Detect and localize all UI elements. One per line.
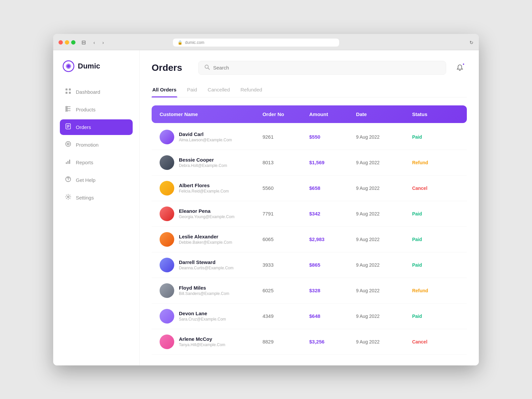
order-amount: $865 <box>309 262 356 268</box>
svg-rect-2 <box>66 88 67 90</box>
avatar <box>160 258 174 272</box>
customer-name: Devon Lane <box>179 311 226 316</box>
url-text[interactable]: dumic.com <box>185 40 204 45</box>
sidebar-item-promotion-label: Promotion <box>76 142 98 148</box>
tabs: All Orders Paid Cancelled Refunded <box>152 84 467 97</box>
order-date: 9 Aug 2022 <box>356 314 412 319</box>
main-content: Orders <box>140 50 479 365</box>
order-date: 9 Aug 2022 <box>356 262 412 268</box>
customer-name: Floyd Miles <box>179 285 229 291</box>
order-date: 9 Aug 2022 <box>356 288 412 293</box>
reload-button[interactable]: ↻ <box>469 40 473 45</box>
order-date: 9 Aug 2022 <box>356 134 412 140</box>
sidebar-toggle-button[interactable]: ⊟ <box>79 39 88 46</box>
avatar <box>160 309 174 324</box>
order-status: Paid <box>412 211 459 216</box>
sidebar-item-products[interactable]: Products <box>60 102 133 117</box>
order-status: Refund <box>412 160 459 165</box>
security-icon: 🔒 <box>178 40 183 45</box>
avatar <box>160 334 174 349</box>
orders-table: Customer Name Order No Amount Date Statu… <box>152 105 467 355</box>
customer-name: Bessie Cooper <box>179 157 227 163</box>
sidebar-item-reports[interactable]: Reports <box>60 155 133 170</box>
order-status: Paid <box>412 314 459 319</box>
logo-text: Dumic <box>78 62 100 70</box>
table-body: David Carl Alma.Lawson@Example.Com 9261 … <box>152 124 467 355</box>
order-date: 9 Aug 2022 <box>356 237 412 242</box>
order-status: Paid <box>412 134 459 140</box>
customer-email: Tanya.Hill@Example.Com <box>179 342 225 347</box>
customer-cell: Bessie Cooper Debra.Holt@Example.Com <box>160 155 262 170</box>
sidebar-item-get-help-label: Get Help <box>76 177 95 183</box>
customer-cell: Darrell Steward Deanna.Curtis@Example.Co… <box>160 258 262 272</box>
traffic-lights <box>59 40 75 45</box>
order-date: 9 Aug 2022 <box>356 186 412 191</box>
sidebar-item-orders[interactable]: Orders <box>60 119 133 135</box>
order-amount: $648 <box>309 313 356 319</box>
customer-name: Leslie Alexander <box>179 234 232 239</box>
tab-cancelled[interactable]: Cancelled <box>207 84 231 97</box>
sidebar-item-settings-label: Settings <box>76 195 94 200</box>
promotion-icon <box>65 141 72 149</box>
customer-name: Albert Flores <box>179 183 229 188</box>
order-status: Refund <box>412 288 459 293</box>
tab-paid[interactable]: Paid <box>187 84 198 97</box>
svg-rect-3 <box>69 88 71 90</box>
table-row[interactable]: Arlene McCoy Tanya.Hill@Example.Com 8829… <box>152 329 467 355</box>
sidebar-item-get-help[interactable]: Get Help <box>60 172 133 188</box>
order-number: 9261 <box>262 134 309 140</box>
avatar <box>160 155 174 170</box>
order-number: 5560 <box>262 185 309 191</box>
table-row[interactable]: Leslie Alexander Debbie.Baker@Example.Co… <box>152 227 467 252</box>
sidebar-item-promotion[interactable]: Promotion <box>60 137 133 153</box>
notification-button[interactable] <box>453 61 467 75</box>
table-row[interactable]: Floyd Miles Bill.Sanders@Example.Com 602… <box>152 278 467 304</box>
tab-all-orders[interactable]: All Orders <box>152 84 177 97</box>
customer-cell: Albert Flores Felicia.Reid@Example.Com <box>160 181 262 196</box>
tab-refunded[interactable]: Refunded <box>240 84 263 97</box>
col-date: Date <box>356 111 412 117</box>
col-amount: Amount <box>309 111 356 117</box>
table-row[interactable]: Albert Flores Felicia.Reid@Example.Com 5… <box>152 176 467 201</box>
customer-cell: Eleanor Pena Georgia.Young@Example.Com <box>160 206 262 221</box>
col-customer-name: Customer Name <box>160 111 262 117</box>
customer-email: Alma.Lawson@Example.Com <box>179 138 232 142</box>
order-status: Cancel <box>412 186 459 191</box>
order-amount: $3,256 <box>309 339 356 344</box>
notification-dot <box>462 63 465 66</box>
order-amount: $1,569 <box>309 160 356 165</box>
sidebar-item-orders-label: Orders <box>76 124 91 130</box>
table-row[interactable]: Devon Lane Sara.Cruz@Example.Com 4349 $6… <box>152 304 467 329</box>
sidebar-item-dashboard[interactable]: Dashboard <box>60 84 133 100</box>
order-amount: $328 <box>309 288 356 293</box>
col-order-no: Order No <box>262 111 309 117</box>
table-row[interactable]: David Carl Alma.Lawson@Example.Com 9261 … <box>152 124 467 150</box>
order-date: 9 Aug 2022 <box>356 160 412 165</box>
maximize-button[interactable] <box>71 40 75 45</box>
customer-info: David Carl Alma.Lawson@Example.Com <box>179 131 232 142</box>
sidebar-item-settings[interactable]: Settings <box>60 190 133 205</box>
reports-icon <box>65 159 72 166</box>
table-row[interactable]: Darrell Steward Deanna.Curtis@Example.Co… <box>152 252 467 278</box>
avatar <box>160 206 174 221</box>
customer-email: Debbie.Baker@Example.Com <box>179 240 232 245</box>
table-row[interactable]: Eleanor Pena Georgia.Young@Example.Com 7… <box>152 201 467 227</box>
back-button[interactable]: ‹ <box>92 39 97 46</box>
search-input[interactable] <box>213 65 440 70</box>
sidebar-item-products-label: Products <box>76 107 95 112</box>
svg-point-12 <box>68 144 68 144</box>
order-date: 9 Aug 2022 <box>356 211 412 216</box>
customer-name: Eleanor Pena <box>179 208 234 214</box>
minimize-button[interactable] <box>65 40 69 45</box>
sidebar-item-dashboard-label: Dashboard <box>76 89 100 95</box>
forward-button[interactable]: › <box>101 39 106 46</box>
table-row[interactable]: Bessie Cooper Debra.Holt@Example.Com 801… <box>152 150 467 176</box>
close-button[interactable] <box>59 40 63 45</box>
customer-info: Devon Lane Sara.Cruz@Example.Com <box>179 311 226 322</box>
svg-point-1 <box>67 65 70 67</box>
order-amount: $2,983 <box>309 236 356 242</box>
order-amount: $658 <box>309 185 356 191</box>
browser-window: ⊟ ‹ › 🔒 dumic.com ↻ Dumic <box>53 34 479 365</box>
sidebar: Dumic Dashboard <box>53 50 140 365</box>
svg-point-17 <box>68 181 68 181</box>
